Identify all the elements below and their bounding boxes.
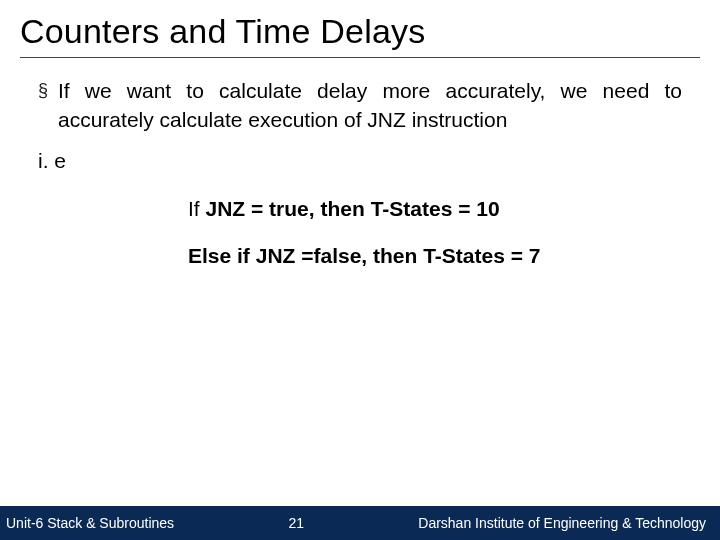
slide-title: Counters and Time Delays — [20, 12, 700, 58]
cond-false-mid: JNZ =false — [256, 244, 362, 267]
cond-false-prefix: Else if — [188, 244, 256, 267]
footer-left: Unit-6 Stack & Subroutines — [4, 515, 174, 531]
condition-false: Else if JNZ =false, then T-States = 7 — [188, 242, 682, 269]
bullet-marker-icon: § — [38, 76, 48, 135]
condition-true: If JNZ = true, then T-States = 10 — [188, 195, 682, 222]
cond-true-mid: JNZ = true — [206, 197, 309, 220]
footer-right: Darshan Institute of Engineering & Techn… — [418, 515, 706, 531]
cond-true-prefix: If — [188, 197, 206, 220]
bullet-item: § If we want to calculate delay more acc… — [38, 76, 682, 135]
bullet-text: If we want to calculate delay more accur… — [58, 76, 682, 135]
cond-false-suffix: , then T-States = 7 — [361, 244, 540, 267]
footer: Unit-6 Stack & Subroutines 21 Darshan In… — [0, 506, 720, 540]
ie-label: i. e — [38, 149, 682, 173]
cond-true-suffix: , then T-States = 10 — [309, 197, 500, 220]
footer-page-number: 21 — [288, 515, 304, 531]
